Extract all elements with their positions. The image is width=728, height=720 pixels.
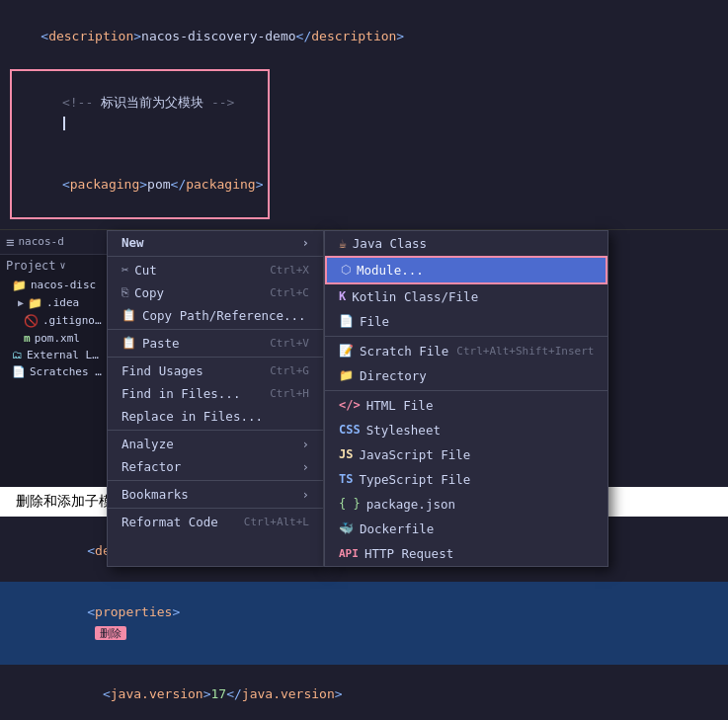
submenu-module[interactable]: ⬡ Module... — [325, 256, 607, 284]
submenu-js[interactable]: JS JavaScript File — [325, 442, 607, 467]
chevron-down-icon: ∨ — [60, 260, 66, 271]
kotlin-label: Kotlin Class/File — [352, 289, 478, 304]
sidebar: ≡ nacos-d Project ∨ 📁 nacos-disc ▶ 📁 .id… — [0, 230, 109, 487]
sidebar-header: ≡ nacos-d — [0, 230, 108, 255]
submenu-directory[interactable]: 📁 Directory — [325, 363, 607, 388]
file-icon: 📄 — [339, 314, 354, 328]
css-icon: CSS — [339, 423, 361, 437]
context-analyze[interactable]: Analyze — [108, 433, 323, 455]
context-refactor[interactable]: Refactor — [108, 455, 323, 478]
module-icon: ⬡ — [341, 263, 351, 277]
js-icon: JS — [339, 447, 353, 461]
scratch-file-label: Scratch File — [360, 344, 448, 359]
package-json-label: package.json — [366, 497, 455, 512]
bottom-line-3: <java.version>17</java.version> — [10, 665, 718, 720]
copy-path-label: Copy Path/Reference... — [142, 308, 306, 323]
chevron-right-icon: ▶ — [18, 297, 24, 308]
copy-label: Copy — [134, 285, 164, 300]
middle-section: ≡ nacos-d Project ∨ 📁 nacos-disc ▶ 📁 .id… — [0, 230, 728, 487]
submenu-new: ☕ Java Class ⬡ Module... K Kotlin Class/… — [324, 230, 608, 567]
copy-path-icon: 📋 — [121, 308, 136, 322]
separator-3 — [108, 357, 323, 358]
js-label: JavaScript File — [359, 447, 470, 462]
html-label: HTML File — [366, 398, 434, 413]
context-replace-in-files[interactable]: Replace in Files... — [108, 405, 323, 428]
submenu-http-request[interactable]: API HTTP Request — [325, 541, 607, 566]
analyze-label: Analyze — [121, 437, 174, 451]
scratch-icon: 📝 — [339, 344, 354, 358]
code-tag: < — [40, 29, 48, 43]
java-class-icon: ☕ — [339, 236, 347, 251]
sidebar-header-text: nacos-d — [18, 235, 63, 248]
sidebar-item-external[interactable]: 🗂 External Lib... — [0, 347, 108, 363]
submenu-sep-1 — [325, 336, 607, 337]
sidebar-item-idea[interactable]: ▶ 📁 .idea — [0, 294, 108, 312]
paste-icon: 📋 — [121, 336, 136, 350]
code-line-3: <packaging>pom</packaging> — [16, 155, 264, 216]
sidebar-project-label: Project ∨ — [0, 255, 108, 277]
submenu-java-class[interactable]: ☕ Java Class — [325, 231, 607, 256]
file-label: File — [360, 314, 389, 329]
reformat-shortcut: Ctrl+Alt+L — [244, 516, 309, 528]
replace-files-label: Replace in Files... — [121, 409, 263, 424]
separator-4 — [108, 430, 323, 431]
context-bookmarks[interactable]: Bookmarks — [108, 483, 323, 506]
cut-label: Cut — [134, 263, 157, 278]
find-usages-label: Find Usages — [121, 363, 203, 378]
find-usages-shortcut: Ctrl+G — [270, 364, 309, 377]
paste-label: Paste — [142, 336, 180, 351]
context-menu: New ✂ Cut Ctrl+X ⎘ Copy Ctrl+C 📋 — [107, 230, 324, 567]
context-find-in-files[interactable]: Find in Files... Ctrl+H — [108, 382, 323, 405]
context-copy[interactable]: ⎘ Copy Ctrl+C — [108, 281, 323, 304]
submenu-kotlin[interactable]: K Kotlin Class/File — [325, 284, 607, 309]
sidebar-item-scratches[interactable]: 📄 Scratches a... — [0, 363, 108, 380]
submenu-stylesheet[interactable]: CSS Stylesheet — [325, 418, 607, 442]
context-find-usages[interactable]: Find Usages Ctrl+G — [108, 360, 323, 382]
submenu-html[interactable]: </> HTML File — [325, 393, 607, 418]
find-files-label: Find in Files... — [121, 386, 240, 401]
submenu-package-json[interactable]: { } package.json — [325, 492, 607, 517]
http-request-label: HTTP Request — [364, 546, 453, 561]
paste-shortcut: Ctrl+V — [270, 337, 309, 350]
directory-label: Directory — [360, 368, 427, 383]
bottom-line-2-highlight: <properties> 删除 — [0, 582, 728, 664]
sidebar-item-gitignore[interactable]: 🚫 .gitignore — [0, 312, 108, 330]
sidebar-item-nacos-disc[interactable]: 📁 nacos-disc — [0, 277, 108, 294]
ts-icon: TS — [339, 472, 353, 486]
code-line-2: <!-- 标识当前为父模块 --> — [16, 72, 264, 154]
external-lib-icon: 🗂 — [12, 349, 23, 361]
submenu-ts[interactable]: TS TypeScript File — [325, 467, 607, 492]
context-copy-path[interactable]: 📋 Copy Path/Reference... — [108, 304, 323, 327]
directory-icon: 📁 — [339, 368, 354, 382]
sidebar-item-pom[interactable]: m pom.xml — [0, 330, 108, 347]
gitignore-icon: 🚫 — [24, 314, 39, 328]
pom-icon: m — [24, 332, 31, 345]
submenu-scratch-file[interactable]: 📝 Scratch File Ctrl+Alt+Shift+Insert — [325, 339, 607, 363]
context-paste[interactable]: 📋 Paste Ctrl+V — [108, 332, 323, 355]
submenu-file[interactable]: 📄 File — [325, 309, 607, 334]
module-label: Module... — [357, 263, 424, 278]
separator-1 — [108, 256, 323, 257]
cursor — [63, 117, 65, 130]
refactor-label: Refactor — [121, 459, 181, 474]
ts-label: TypeScript File — [359, 472, 470, 487]
cut-shortcut: Ctrl+X — [270, 264, 309, 277]
kotlin-icon: K — [339, 289, 346, 303]
context-reformat[interactable]: Reformat Code Ctrl+Alt+L — [108, 511, 323, 533]
highlighted-code-block: <!-- 标识当前为父模块 --> <packaging>pom</packag… — [10, 69, 270, 219]
context-menu-container: New ✂ Cut Ctrl+X ⎘ Copy Ctrl+C 📋 — [107, 230, 608, 567]
scratches-icon: 📄 — [12, 365, 26, 378]
folder-icon-idea: 📁 — [28, 296, 42, 310]
new-label: New — [121, 235, 144, 250]
context-menu-new[interactable]: New — [108, 231, 323, 254]
dockerfile-label: Dockerfile — [360, 521, 434, 536]
submenu-dockerfile[interactable]: 🐳 Dockerfile — [325, 517, 607, 541]
separator-6 — [108, 508, 323, 509]
code-line-1: <description>nacos-discovery-demo</descr… — [10, 6, 718, 67]
http-icon: API — [339, 547, 359, 560]
html-icon: </> — [339, 398, 361, 412]
bottom-line-2: <properties> 删除 — [10, 582, 718, 664]
project-text: Project — [6, 259, 56, 273]
context-cut[interactable]: ✂ Cut Ctrl+X — [108, 259, 323, 281]
json-icon: { } — [339, 497, 361, 511]
